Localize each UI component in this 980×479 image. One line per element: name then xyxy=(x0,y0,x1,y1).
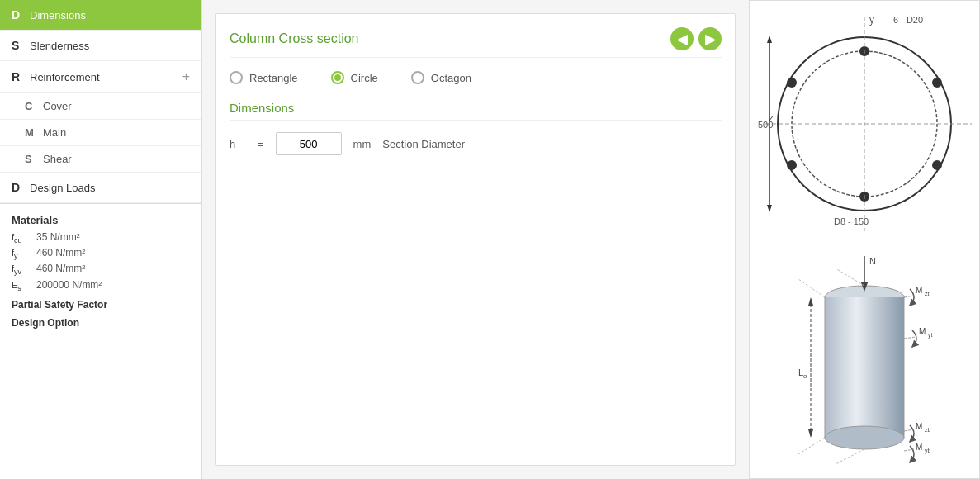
svg-point-4 xyxy=(932,160,942,170)
svg-marker-28 xyxy=(808,297,813,306)
dimension-h-input[interactable] xyxy=(276,132,342,155)
sidebar: D Dimensions S Slenderness R Reinforceme… xyxy=(0,0,202,479)
radio-circle-circle xyxy=(331,71,344,84)
sidebar-item-main[interactable]: M Main xyxy=(0,120,201,146)
column-3d-diagram: N L o M zt M yt M zb M yb xyxy=(749,240,980,480)
dim-equals: = xyxy=(258,138,264,150)
svg-text:M: M xyxy=(919,327,926,336)
cross-section-diagram: y z 500 6 - D20 D8 - 150 xyxy=(749,0,980,240)
sidebar-item-design-loads[interactable]: D Design Loads xyxy=(0,173,201,203)
sidebar-item-dimensions[interactable]: D Dimensions xyxy=(0,0,201,31)
sidebar-letter-s2: S xyxy=(25,153,43,165)
mat-value-fcu: 35 N/mm² xyxy=(36,231,80,243)
sidebar-letter-d: D xyxy=(12,8,30,21)
mat-value-es: 200000 N/mm² xyxy=(36,279,102,291)
svg-text:o: o xyxy=(803,372,807,380)
material-row-fy: fy 460 N/mm² xyxy=(12,247,190,260)
next-button[interactable]: ▶ xyxy=(698,27,722,50)
main-content: Column Cross section ◀ ▶ Rectangle Circl… xyxy=(202,0,749,479)
mat-label-fy: fy xyxy=(12,248,36,260)
radio-octagon[interactable]: Octagon xyxy=(411,71,471,84)
dimension-row-h: h = mm Section Diameter xyxy=(230,132,722,155)
svg-line-45 xyxy=(836,449,864,464)
svg-text:6 - D20: 6 - D20 xyxy=(893,15,923,25)
svg-text:M: M xyxy=(916,422,922,431)
svg-line-40 xyxy=(904,429,914,431)
sidebar-label-dimensions: Dimensions xyxy=(30,9,190,21)
sidebar-item-shear[interactable]: S Shear xyxy=(0,146,201,173)
svg-text:yt: yt xyxy=(928,332,933,339)
right-panel: y z 500 6 - D20 D8 - 150 xyxy=(749,0,980,479)
materials-title: Materials xyxy=(12,214,190,226)
sidebar-label-main: Main xyxy=(43,126,190,139)
sidebar-item-cover[interactable]: C Cover xyxy=(0,93,201,120)
dimensions-section-title: Dimensions xyxy=(230,101,722,121)
sidebar-label-slenderness: Slenderness xyxy=(30,40,190,52)
svg-text:zt: zt xyxy=(925,291,930,296)
radio-label-circle: Circle xyxy=(351,72,378,84)
svg-line-39 xyxy=(904,337,916,339)
materials-section: Materials fcu 35 N/mm² fy 460 N/mm² fyv … xyxy=(0,203,201,339)
sidebar-letter-m: M xyxy=(25,126,43,139)
sidebar-label-cover: Cover xyxy=(43,100,190,112)
svg-marker-13 xyxy=(767,36,772,43)
svg-text:yb: yb xyxy=(925,448,931,454)
sidebar-label-shear: Shear xyxy=(43,153,190,165)
column-3d-svg: N L o M zt M yt M zb M yb xyxy=(757,248,972,471)
svg-line-42 xyxy=(798,279,825,297)
svg-line-43 xyxy=(836,268,864,286)
svg-text:zb: zb xyxy=(925,427,931,433)
svg-text:N: N xyxy=(869,256,876,266)
sidebar-letter-c: C xyxy=(25,100,43,112)
sidebar-item-slenderness[interactable]: S Slenderness xyxy=(0,31,201,61)
cross-section-radio-group: Rectangle Circle Octagon xyxy=(230,71,722,84)
mat-label-es: Es xyxy=(12,280,36,292)
radio-label-octagon: Octagon xyxy=(431,72,471,84)
material-row-es: Es 200000 N/mm² xyxy=(12,279,190,292)
sidebar-label-design-loads: Design Loads xyxy=(30,182,190,194)
mat-label-fcu: fcu xyxy=(12,232,36,244)
svg-text:D8 - 150: D8 - 150 xyxy=(834,216,869,226)
nav-buttons: ◀ ▶ xyxy=(670,27,722,50)
radio-label-rectangle: Rectangle xyxy=(249,72,298,84)
svg-point-7 xyxy=(787,78,797,88)
plus-icon: + xyxy=(182,69,190,84)
partial-safety-factor-link[interactable]: Partial Safety Factor xyxy=(12,299,190,311)
material-row-fcu: fcu 35 N/mm² xyxy=(12,231,190,244)
sidebar-letter-s: S xyxy=(12,39,30,52)
card-title: Column Cross section xyxy=(230,31,359,46)
dim-unit: mm xyxy=(353,138,372,150)
dim-label-h: h xyxy=(230,138,246,150)
sidebar-label-reinforcement: Reinforcement xyxy=(30,71,182,83)
design-option-link[interactable]: Design Option xyxy=(12,317,190,329)
dim-desc: Section Diameter xyxy=(382,138,465,150)
svg-text:y: y xyxy=(869,14,874,26)
circle-section-svg: y z 500 6 - D20 D8 - 150 xyxy=(757,8,972,231)
material-row-fyv: fyv 460 N/mm² xyxy=(12,263,190,276)
mat-value-fy: 460 N/mm² xyxy=(36,247,85,258)
svg-point-6 xyxy=(787,160,797,170)
radio-circle-octagon xyxy=(411,71,424,84)
sidebar-letter-r: R xyxy=(12,70,30,83)
content-card: Column Cross section ◀ ▶ Rectangle Circl… xyxy=(215,13,736,466)
mat-label-fyv: fyv xyxy=(12,263,36,276)
svg-line-44 xyxy=(798,438,825,454)
prev-button[interactable]: ◀ xyxy=(670,27,694,50)
svg-point-3 xyxy=(932,78,942,88)
svg-text:M: M xyxy=(916,286,922,295)
mat-value-fyv: 460 N/mm² xyxy=(36,263,85,274)
sidebar-letter-d2: D xyxy=(12,181,30,194)
svg-text:M: M xyxy=(916,443,922,452)
card-header: Column Cross section ◀ ▶ xyxy=(230,27,722,58)
svg-point-20 xyxy=(825,426,904,449)
sidebar-item-reinforcement[interactable]: R Reinforcement + xyxy=(0,61,201,93)
radio-circle-rectangle xyxy=(230,71,243,84)
svg-text:500: 500 xyxy=(758,120,773,130)
svg-marker-29 xyxy=(808,429,813,438)
radio-circle[interactable]: Circle xyxy=(331,71,378,84)
svg-marker-14 xyxy=(767,205,772,212)
radio-rectangle[interactable]: Rectangle xyxy=(230,71,298,84)
svg-rect-19 xyxy=(825,297,904,438)
svg-line-38 xyxy=(904,296,914,297)
